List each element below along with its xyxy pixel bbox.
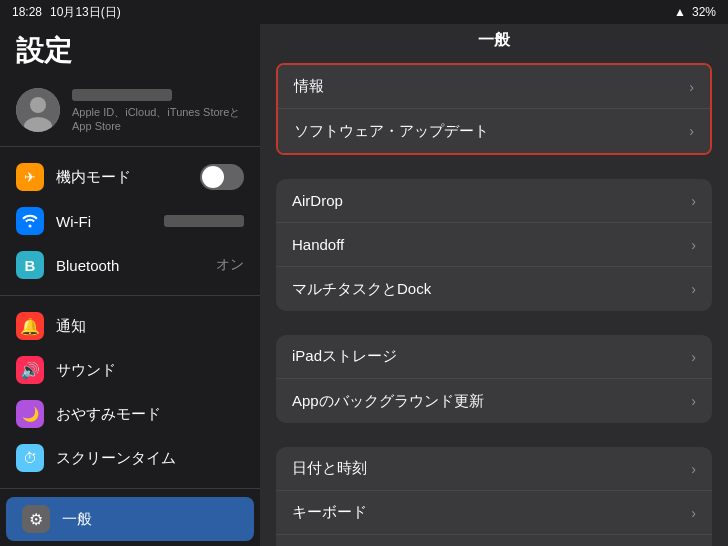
right-panel: 一般 情報 › ソフトウェア・アップデート › AirDrop › [260, 24, 728, 546]
sidebar: 設定 Apple ID、iCloud、iTunes StoreとApp Stor… [0, 24, 260, 546]
panel-row-keyboard[interactable]: キーボード › [276, 491, 712, 535]
notification-icon: 🔔 [16, 312, 44, 340]
donotdisturb-icon: 🌙 [16, 400, 44, 428]
status-bar: 18:28 10月13日(日) ▲ 32% [0, 0, 728, 24]
general-icon: ⚙ [22, 505, 50, 533]
sidebar-section-system: 🔔 通知 🔊 サウンド 🌙 おやすみモード ⏱ スクリーンタイム [0, 300, 260, 484]
sidebar-section-connectivity: ✈ 機内モード Wi-Fi B Bluetooth オン [0, 151, 260, 291]
ipadstorage-label: iPadストレージ [292, 347, 691, 366]
multitasking-label: マルチタスクとDock [292, 280, 691, 299]
handoff-chevron: › [691, 237, 696, 253]
panel-section-inner-1: 情報 › ソフトウェア・アップデート › [276, 63, 712, 155]
status-right: ▲ 32% [674, 5, 716, 19]
panel-section-1: 情報 › ソフトウェア・アップデート › [260, 63, 728, 155]
avatar [16, 88, 60, 132]
airplane-label: 機内モード [56, 168, 188, 187]
user-info: Apple ID、iCloud、iTunes StoreとApp Store [72, 89, 244, 132]
sound-icon: 🔊 [16, 356, 44, 384]
airdrop-chevron: › [691, 193, 696, 209]
panel-section-2: AirDrop › Handoff › マルチタスクとDock › [260, 179, 728, 311]
battery-text: 32% [692, 5, 716, 19]
sidebar-item-notification[interactable]: 🔔 通知 [0, 304, 260, 348]
panel-header: 一般 [260, 24, 728, 55]
info-chevron: › [689, 79, 694, 95]
panel-section-4: 日付と時刻 › キーボード › フォント › 言語と地域 › 辞書 › [260, 447, 728, 546]
ipadstorage-chevron: › [691, 349, 696, 365]
bluetooth-label: Bluetooth [56, 257, 204, 274]
sidebar-item-donotdisturb[interactable]: 🌙 おやすみモード [0, 392, 260, 436]
sidebar-item-controlcenter[interactable]: ≡ コントロールセンター [0, 541, 260, 546]
softwareupdate-chevron: › [689, 123, 694, 139]
wifi-label: Wi-Fi [56, 213, 152, 230]
sidebar-item-general[interactable]: ⚙ 一般 [6, 497, 254, 541]
status-left: 18:28 10月13日(日) [12, 4, 121, 21]
user-profile[interactable]: Apple ID、iCloud、iTunes StoreとApp Store [0, 78, 260, 142]
svg-point-1 [30, 97, 46, 113]
sidebar-item-screentime[interactable]: ⏱ スクリーンタイム [0, 436, 260, 480]
sidebar-item-airplane[interactable]: ✈ 機内モード [0, 155, 260, 199]
datetime-label: 日付と時刻 [292, 459, 691, 478]
airplane-icon: ✈ [16, 163, 44, 191]
bluetooth-icon: B [16, 251, 44, 279]
sound-label: サウンド [56, 361, 244, 380]
airdrop-label: AirDrop [292, 192, 691, 209]
panel-row-softwareupdate[interactable]: ソフトウェア・アップデート › [278, 109, 710, 153]
status-date: 10月13日(日) [50, 4, 121, 21]
sidebar-item-sound[interactable]: 🔊 サウンド [0, 348, 260, 392]
wifi-value [164, 215, 244, 227]
donotdisturb-label: おやすみモード [56, 405, 244, 424]
sidebar-section-general: ⚙ 一般 ≡ コントロールセンター AA 画面表示と明るさ ♿ アクセシビリティ [0, 493, 260, 546]
panel-section-3: iPadストレージ › Appのバックグラウンド更新 › [260, 335, 728, 423]
panel-row-handoff[interactable]: Handoff › [276, 223, 712, 267]
apprefresh-chevron: › [691, 393, 696, 409]
status-time: 18:28 [12, 5, 42, 19]
screentime-label: スクリーンタイム [56, 449, 244, 468]
sidebar-item-wifi[interactable]: Wi-Fi [0, 199, 260, 243]
divider-3 [0, 488, 260, 489]
panel-row-datetime[interactable]: 日付と時刻 › [276, 447, 712, 491]
sidebar-item-bluetooth[interactable]: B Bluetooth オン [0, 243, 260, 287]
panel-row-multitasking[interactable]: マルチタスクとDock › [276, 267, 712, 311]
panel-row-ipadstorage[interactable]: iPadストレージ › [276, 335, 712, 379]
panel-row-info[interactable]: 情報 › [278, 65, 710, 109]
apprefresh-label: Appのバックグラウンド更新 [292, 392, 691, 411]
panel-row-airdrop[interactable]: AirDrop › [276, 179, 712, 223]
panel-section-inner-2: AirDrop › Handoff › マルチタスクとDock › [276, 179, 712, 311]
user-desc: Apple ID、iCloud、iTunes StoreとApp Store [72, 105, 244, 132]
softwareupdate-label: ソフトウェア・アップデート [294, 122, 689, 141]
panel-section-inner-3: iPadストレージ › Appのバックグラウンド更新 › [276, 335, 712, 423]
user-name-blur [72, 89, 172, 101]
wifi-icon-item [16, 207, 44, 235]
keyboard-chevron: › [691, 505, 696, 521]
datetime-chevron: › [691, 461, 696, 477]
multitasking-chevron: › [691, 281, 696, 297]
screentime-icon: ⏱ [16, 444, 44, 472]
panel-row-apprefresh[interactable]: Appのバックグラウンド更新 › [276, 379, 712, 423]
divider-2 [0, 295, 260, 296]
main-layout: 設定 Apple ID、iCloud、iTunes StoreとApp Stor… [0, 24, 728, 546]
handoff-label: Handoff [292, 236, 691, 253]
keyboard-label: キーボード [292, 503, 691, 522]
bluetooth-value: オン [216, 256, 244, 274]
sidebar-title: 設定 [0, 24, 260, 78]
general-label: 一般 [62, 510, 238, 529]
info-label: 情報 [294, 77, 689, 96]
notification-label: 通知 [56, 317, 244, 336]
wifi-icon: ▲ [674, 5, 686, 19]
divider-top [0, 146, 260, 147]
panel-row-fonts[interactable]: フォント › [276, 535, 712, 546]
panel-section-inner-4: 日付と時刻 › キーボード › フォント › 言語と地域 › 辞書 › [276, 447, 712, 546]
airplane-toggle[interactable] [200, 164, 244, 190]
